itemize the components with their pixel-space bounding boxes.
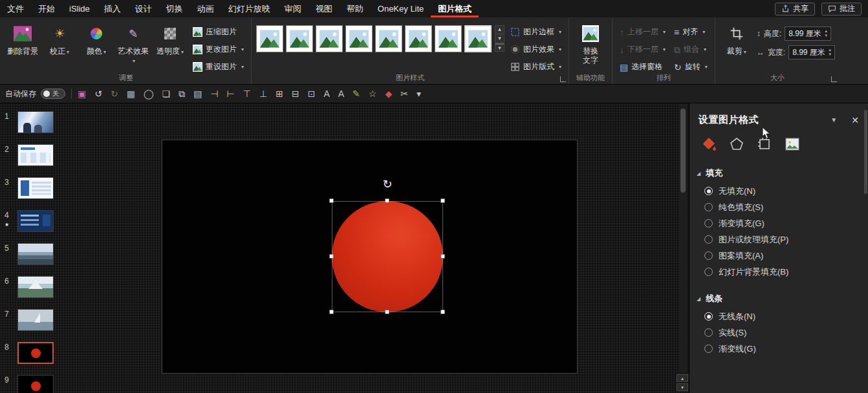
editing-canvas[interactable]: ↻ — [58, 103, 679, 393]
qat-highlight-tool-button[interactable]: ◆ — [385, 89, 392, 99]
qat-redo-button[interactable]: ↻ — [111, 89, 118, 99]
panel-close-icon[interactable]: ✕ — [851, 115, 859, 125]
panel-tab-picture[interactable] — [783, 135, 801, 153]
qat-fill-color-button[interactable]: ✎ — [353, 89, 360, 99]
remove-background-button[interactable]: 删除背景 — [6, 21, 39, 56]
rotate-handle[interactable]: ↻ — [381, 178, 394, 191]
selection-handle-n[interactable] — [385, 198, 389, 203]
gallery-scroll-down-button[interactable]: ▼ — [495, 34, 505, 43]
autosave-toggle[interactable]: 关 — [41, 89, 65, 99]
slide-row-9[interactable]: 9 — [0, 375, 58, 393]
slide-row-5[interactable]: 5 — [0, 243, 58, 265]
next-slide-button[interactable]: ▼ — [677, 383, 688, 391]
menu-tab-slideshow[interactable]: 幻灯片放映 — [221, 0, 277, 17]
panel-tab-fill-line[interactable] — [700, 135, 718, 153]
picture-style-4[interactable] — [345, 25, 373, 52]
line-option-1[interactable]: 无线条(N) — [689, 308, 868, 324]
section-header-line[interactable]: ◢ 线条 — [689, 289, 868, 308]
selection-handle-w[interactable] — [329, 254, 334, 259]
width-steppers[interactable]: ▲▼ — [827, 48, 833, 57]
qat-layout-button[interactable]: ▤ — [193, 89, 202, 99]
scrollbar-thumb[interactable] — [680, 109, 686, 193]
rotate-button[interactable]: ↻ 旋转 ▾ — [671, 59, 710, 74]
qat-distribute-h-button[interactable]: ⊞ — [276, 89, 283, 99]
fill-radio-unselected[interactable] — [704, 251, 713, 260]
line-option-3[interactable]: 渐变线(G) — [689, 341, 868, 357]
fill-option-6[interactable]: 幻灯片背景填充(B) — [689, 264, 868, 280]
panel-tab-effects[interactable] — [728, 135, 746, 153]
selection-handle-e[interactable] — [440, 254, 445, 259]
picture-style-3[interactable] — [316, 25, 343, 52]
menu-tab-insert[interactable]: 插入 — [97, 0, 128, 17]
line-radio-unselected[interactable] — [704, 328, 713, 337]
slide-thumbnail-3[interactable] — [17, 177, 54, 199]
panel-scrollbar-thumb[interactable] — [864, 110, 867, 194]
picture-style-7[interactable] — [435, 25, 462, 52]
picture-style-6[interactable] — [405, 25, 432, 52]
menu-tab-file[interactable]: 文件 — [0, 0, 31, 17]
picture-style-8[interactable] — [464, 25, 492, 52]
line-radio-unselected[interactable] — [704, 345, 713, 353]
qat-distribute-v-button[interactable]: ⊟ — [292, 89, 299, 99]
qat-shape-oval-button[interactable]: ◯ — [144, 89, 154, 99]
change-picture-button[interactable]: 更改图片 ▾ — [190, 42, 246, 57]
slide-row-3[interactable]: 3 — [0, 177, 58, 199]
menu-tab-picture-format[interactable]: 图片格式 — [431, 0, 479, 17]
selection-handle-ne[interactable] — [440, 198, 445, 203]
height-input[interactable]: 8.99 厘米 ▲▼ — [785, 27, 831, 41]
qat-more-tools-button[interactable]: ▾ — [417, 89, 421, 99]
menu-tab-home[interactable]: 开始 — [31, 0, 62, 17]
panel-collapse-icon[interactable]: ▼ — [830, 116, 837, 123]
picture-layout-button[interactable]: 图片版式 ▾ — [508, 59, 564, 74]
qat-text-box-a-button[interactable]: A — [323, 89, 329, 99]
slide-thumbnail-5[interactable] — [17, 243, 54, 265]
qat-align-right-button[interactable]: ⊢ — [227, 89, 235, 99]
dialog-launcher-size[interactable] — [831, 76, 837, 82]
reset-picture-button[interactable]: 重设图片 ▾ — [190, 59, 246, 74]
menu-tab-transitions[interactable]: 切换 — [159, 0, 190, 17]
qat-new-slide-button[interactable]: ❏ — [162, 89, 171, 99]
picture-effects-button[interactable]: 图片效果 ▾ — [508, 42, 564, 57]
qat-align-bottom-button[interactable]: ⊥ — [259, 89, 267, 99]
qat-center-align-button[interactable]: ⊡ — [308, 89, 316, 99]
fill-option-3[interactable]: 渐变填充(G) — [689, 215, 868, 231]
slide-row-6[interactable]: 6 — [0, 276, 58, 298]
slide-row-7[interactable]: 7 — [0, 309, 58, 331]
comments-button[interactable]: 批注 — [821, 3, 862, 16]
corrections-button[interactable]: ☀ 校正▾ — [43, 21, 76, 57]
color-button[interactable]: 颜色▾ — [80, 21, 113, 57]
width-input[interactable]: 8.99 厘米 ▲▼ — [788, 45, 835, 59]
qat-grid-view-button[interactable]: ▦ — [127, 89, 135, 99]
qat-text-frame-a-button[interactable]: A — [338, 89, 344, 99]
slide-thumbnail-8[interactable] — [17, 342, 54, 364]
qat-align-left-button[interactable]: ⊣ — [210, 89, 218, 99]
compress-picture-button[interactable]: 压缩图片 — [190, 25, 246, 39]
selection-handle-sw[interactable] — [329, 310, 334, 314]
canvas-vertical-scrollbar[interactable] — [679, 105, 687, 372]
slide-row-4[interactable]: 4★ — [0, 210, 58, 232]
selection-handle-nw[interactable] — [329, 198, 334, 203]
slide-row-1[interactable]: 1 — [0, 111, 58, 133]
qat-undo-button[interactable]: ↺ — [94, 89, 102, 99]
fill-radio-unselected[interactable] — [704, 235, 713, 244]
section-header-fill[interactable]: ◢ 填充 — [689, 164, 868, 183]
fill-option-4[interactable]: 图片或纹理填充(P) — [689, 231, 868, 248]
dialog-launcher-picture-styles[interactable] — [560, 76, 566, 82]
fill-option-2[interactable]: 纯色填充(S) — [689, 199, 868, 215]
fill-radio-selected[interactable] — [704, 187, 713, 195]
gallery-more-button[interactable]: ▼ — [495, 43, 505, 52]
selection-pane-button[interactable]: ▤ 选择窗格 — [617, 59, 668, 74]
slide-thumbnail-2[interactable] — [17, 144, 54, 166]
qat-align-top-button[interactable]: ⊤ — [243, 89, 251, 99]
bring-forward-button[interactable]: ↑ 上移一层 ▾ — [617, 25, 668, 39]
slide-thumbnail-7[interactable] — [17, 309, 54, 331]
picture-style-1[interactable] — [256, 25, 283, 52]
menu-tab-design[interactable]: 设计 — [128, 0, 159, 17]
crop-button[interactable]: 裁剪▾ — [720, 21, 754, 57]
previous-slide-button[interactable]: ▲ — [677, 374, 688, 382]
slide-row-2[interactable]: 2 — [0, 144, 58, 166]
menu-tab-view[interactable]: 视图 — [309, 0, 340, 17]
slide-thumbnail-4[interactable] — [17, 210, 54, 232]
menu-tab-onekey-lite[interactable]: OneKey Lite — [371, 0, 431, 17]
fill-radio-unselected[interactable] — [704, 268, 713, 276]
